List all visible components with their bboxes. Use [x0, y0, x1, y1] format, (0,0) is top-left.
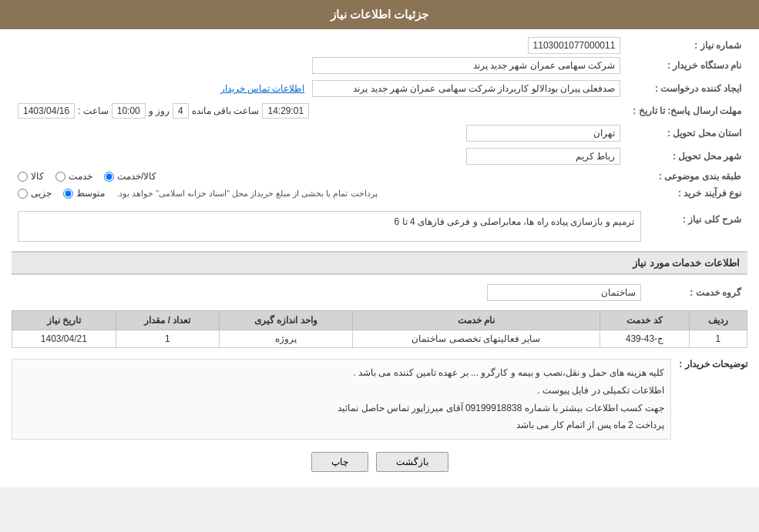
ostan-label: استان محل تحویل :	[626, 122, 747, 145]
buyer-notes-container: توضیحات خریدار : کلیه هزینه های حمل و نق…	[12, 354, 747, 444]
buyer-notes-line: کلیه هزینه های حمل و نقل،نصب و بیمه و کا…	[18, 364, 664, 382]
print-button[interactable]: چاپ	[311, 452, 368, 472]
ijad-konande-value: صدفعلی پیران بودالالو کاربرداز شرکت سهام…	[12, 77, 626, 100]
tabaghe-khedmat: خدمت	[55, 171, 92, 182]
col-radif: ردیف	[689, 311, 747, 330]
mohlat-saat-value: 10:00	[112, 103, 146, 119]
buyer-notes-line: پرداخت 2 ماه پس از اتمام کار می باشد	[18, 417, 664, 434]
niaz-info-table: شماره نیاز : 1103001077000011 نام دستگاه…	[12, 37, 747, 202]
noe-motovaset-radio[interactable]	[63, 189, 73, 199]
col-tedad: تعداد / مقدار	[116, 311, 220, 330]
tabaghe-kala-label: کالا	[31, 171, 44, 182]
nam-dastgah-label: نام دستگاه خریدار :	[626, 54, 747, 77]
nam-dastgah-box: شرکت سهامی عمران شهر جدید پرند	[312, 57, 620, 74]
tabaghe-khedmat-radio[interactable]	[55, 172, 65, 182]
ostan-value: تهران	[12, 122, 626, 145]
buyer-notes-line: جهت کسب اطلاعات بیشتر با شماره 091999188…	[18, 400, 664, 417]
buyer-notes-content: کلیه هزینه های حمل و نقل،نصب و بیمه و کا…	[12, 359, 671, 440]
tabaghe-kala-khedmat-radio[interactable]	[104, 172, 114, 182]
tabaghe-label: طبقه بندی موضوعی :	[626, 168, 747, 185]
tabaghe-kala-radio[interactable]	[18, 172, 28, 182]
noe-motovaset: متوسط	[63, 188, 105, 199]
tabaghe-khedmat-label: خدمت	[69, 171, 92, 182]
ostan-box: تهران	[466, 125, 620, 142]
ijad-konande-box: صدفعلی پیران بودالالو کاربرداز شرکت سهام…	[312, 80, 620, 97]
sharh-box: ترمیم و بازسازی پیاده راه ها، معابراصلی …	[18, 211, 641, 242]
noe-farayand-row: پرداخت تمام یا بخشی از مبلغ خریداز محل "…	[12, 185, 626, 202]
mohlat-label: مهلت ارسال پاسخ: تا تاریخ :	[626, 100, 747, 122]
sharh-table: شرح کلی نیاز : ترمیم و بازسازی پیاده راه…	[12, 208, 747, 245]
noe-jazii: جزیی	[18, 188, 52, 199]
tabaghe-row: کالا/خدمت خدمت کالا	[12, 168, 626, 185]
buyer-notes-label: توضیحات خریدار :	[679, 359, 747, 370]
mohlat-rooz-value: 4	[173, 103, 189, 119]
col-vahed: واحد اندازه گیری	[220, 311, 352, 330]
grohe-box: ساختمان	[487, 284, 641, 301]
mohlat-date-value: 1403/04/16	[18, 103, 75, 119]
sharh-label: شرح کلی نیاز :	[647, 208, 747, 245]
col-kod: کد خدمت	[599, 311, 689, 330]
shomare-niaz-value: 1103001077000011	[12, 37, 626, 54]
grohe-value-cell: ساختمان	[12, 281, 647, 304]
mohlat-saat-label: ساعت :	[78, 105, 109, 116]
mohlat-saat-mande-label: ساعت باقی مانده	[192, 105, 260, 116]
grohe-label: گروه خدمت :	[647, 281, 747, 304]
shahr-value: رباط کریم	[12, 145, 626, 168]
tamaas-khardar-link[interactable]: اطلاعات تماس خریدار	[220, 83, 305, 94]
content-area: شماره نیاز : 1103001077000011 نام دستگاه…	[0, 29, 759, 487]
tabaghe-kala-khedmat-label: کالا/خدمت	[117, 171, 156, 182]
buttons-row: بازگشت چاپ	[12, 444, 747, 480]
mohlat-saat-mande-value: 14:29:01	[262, 103, 309, 119]
tabaghe-kala-khedmat: کالا/خدمت	[104, 171, 156, 182]
grohe-table: گروه خدمت : ساختمان	[12, 281, 747, 304]
col-tarikh: تاریخ نیاز	[12, 311, 116, 330]
ijad-konande-label: ایجاد کننده درخواست :	[626, 77, 747, 100]
buyer-notes-line: اطلاعات تکمیلی در فایل پیوست .	[18, 382, 664, 400]
shahr-box: رباط کریم	[466, 148, 620, 165]
mohlat-rooz-label: روز و	[149, 105, 170, 116]
noe-note-text: پرداخت تمام یا بخشی از مبلغ خریداز محل "…	[116, 189, 378, 199]
page-header: جزئیات اطلاعات نیاز	[0, 0, 759, 29]
nam-dastgah-value: شرکت سهامی عمران شهر جدید پرند	[12, 54, 626, 77]
back-button[interactable]: بازگشت	[376, 452, 448, 472]
noe-motovaset-label: متوسط	[76, 188, 105, 199]
shahr-label: شهر محل تحویل :	[626, 145, 747, 168]
page-title: جزئیات اطلاعات نیاز	[331, 8, 428, 21]
shomare-niaz-box: 1103001077000011	[528, 37, 621, 54]
services-table: ردیف کد خدمت نام خدمت واحد اندازه گیری ت…	[12, 310, 747, 348]
noe-jazii-label: جزیی	[31, 188, 52, 199]
col-nam: نام خدمت	[352, 311, 599, 330]
noe-farayand-label: نوع فرآیند خرید :	[626, 185, 747, 202]
sharh-value-cell: ترمیم و بازسازی پیاده راه ها، معابراصلی …	[12, 208, 647, 245]
noe-jazii-radio[interactable]	[18, 189, 28, 199]
table-row: 1ج-43-439سایر فعالیتهای تخصصی ساختمانپرو…	[12, 330, 747, 348]
shomare-niaz-label: شماره نیاز :	[626, 37, 747, 54]
services-section-title: اطلاعات خدمات مورد نیاز	[12, 251, 747, 275]
page-wrapper: جزئیات اطلاعات نیاز شماره نیاز : 1103001…	[0, 0, 759, 487]
mohlat-row: 14:29:01 ساعت باقی مانده 4 روز و 10:00 س…	[12, 100, 626, 122]
tabaghe-kala: کالا	[18, 171, 44, 182]
